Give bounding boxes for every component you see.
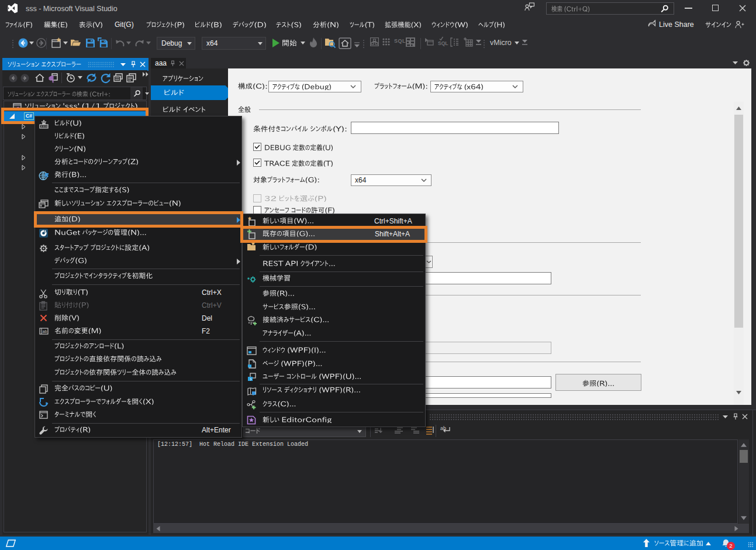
svg-text:ab: ab bbox=[43, 329, 47, 334]
